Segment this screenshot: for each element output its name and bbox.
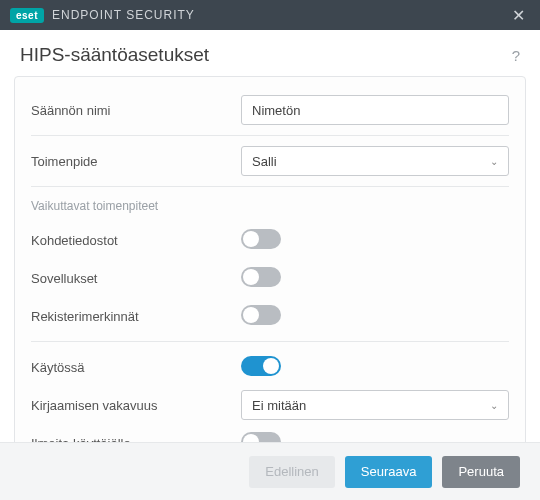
brand-badge: eset [10,8,44,23]
help-icon[interactable]: ? [512,47,520,64]
row-applications: Sovellukset [31,259,509,297]
header: HIPS-sääntöasetukset ? [0,30,540,76]
target-files-label: Kohdetiedostot [31,233,241,248]
log-severity-select[interactable]: Ei mitään ⌄ [241,390,509,420]
chevron-down-icon: ⌄ [490,400,498,411]
chevron-down-icon: ⌄ [490,156,498,167]
titlebar: eset ENDPOINT SECURITY ✕ [0,0,540,30]
row-rule-name: Säännön nimi [31,91,509,129]
log-severity-value: Ei mitään [252,398,306,413]
settings-panel: Säännön nimi Toimenpide Salli ⌄ Vaikutta… [14,76,526,471]
divider [31,135,509,136]
section-title-affecting: Vaikuttavat toimenpiteet [31,199,509,213]
close-icon[interactable]: ✕ [506,6,530,25]
previous-button: Edellinen [249,456,335,488]
log-severity-label: Kirjaamisen vakavuus [31,398,241,413]
divider [31,341,509,342]
row-action: Toimenpide Salli ⌄ [31,142,509,180]
registry-label: Rekisterimerkinnät [31,309,241,324]
enabled-label: Käytössä [31,360,241,375]
page-title: HIPS-sääntöasetukset [20,44,512,66]
row-target-files: Kohdetiedostot [31,221,509,259]
row-log-severity: Kirjaamisen vakavuus Ei mitään ⌄ [31,386,509,424]
target-files-toggle[interactable] [241,229,281,249]
enabled-toggle[interactable] [241,356,281,376]
row-enabled: Käytössä [31,348,509,386]
next-button[interactable]: Seuraava [345,456,433,488]
action-select-value: Salli [252,154,277,169]
applications-toggle[interactable] [241,267,281,287]
rule-name-input[interactable] [241,95,509,125]
action-select[interactable]: Salli ⌄ [241,146,509,176]
action-label: Toimenpide [31,154,241,169]
row-registry: Rekisterimerkinnät [31,297,509,335]
rule-name-label: Säännön nimi [31,103,241,118]
cancel-button[interactable]: Peruuta [442,456,520,488]
applications-label: Sovellukset [31,271,241,286]
registry-toggle[interactable] [241,305,281,325]
brand-name: ENDPOINT SECURITY [52,8,195,22]
footer: Edellinen Seuraava Peruuta [0,442,540,500]
divider [31,186,509,187]
